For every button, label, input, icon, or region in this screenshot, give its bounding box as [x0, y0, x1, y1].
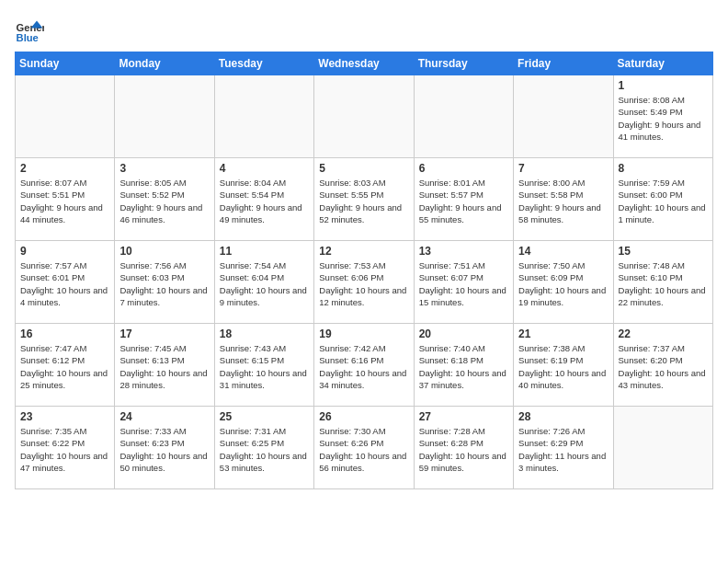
day-info: Sunrise: 7:40 AM Sunset: 6:18 PM Dayligh… — [419, 342, 508, 391]
day-info: Sunrise: 7:50 AM Sunset: 6:09 PM Dayligh… — [518, 259, 608, 308]
logo-icon: General Blue — [15, 15, 44, 44]
day-info: Sunrise: 8:03 AM Sunset: 5:55 PM Dayligh… — [319, 177, 408, 225]
calendar-header-row: SundayMondayTuesdayWednesdayThursdayFrid… — [16, 52, 713, 75]
svg-text:Blue: Blue — [17, 32, 39, 43]
calendar-cell — [314, 75, 414, 158]
day-info: Sunrise: 8:05 AM Sunset: 5:52 PM Dayligh… — [119, 177, 209, 225]
calendar-cell: 25Sunrise: 7:31 AM Sunset: 6:25 PM Dayli… — [214, 407, 313, 489]
day-number: 20 — [419, 327, 508, 340]
day-header-wednesday: Wednesday — [314, 52, 414, 75]
day-info: Sunrise: 7:47 AM Sunset: 6:12 PM Dayligh… — [20, 342, 109, 391]
day-info: Sunrise: 7:48 AM Sunset: 6:10 PM Dayligh… — [619, 259, 708, 308]
day-number: 8 — [619, 162, 708, 175]
day-info: Sunrise: 7:45 AM Sunset: 6:13 PM Dayligh… — [119, 342, 209, 391]
calendar-cell: 26Sunrise: 7:30 AM Sunset: 6:26 PM Dayli… — [314, 407, 414, 489]
calendar-cell: 13Sunrise: 7:51 AM Sunset: 6:07 PM Dayli… — [414, 241, 513, 324]
day-number: 23 — [20, 410, 109, 423]
calendar-cell — [613, 407, 712, 489]
day-header-tuesday: Tuesday — [214, 52, 313, 75]
day-number: 5 — [319, 162, 408, 175]
day-info: Sunrise: 8:00 AM Sunset: 5:58 PM Dayligh… — [518, 177, 608, 225]
calendar-cell: 18Sunrise: 7:43 AM Sunset: 6:15 PM Dayli… — [214, 324, 313, 407]
calendar-cell: 4Sunrise: 8:04 AM Sunset: 5:54 PM Daylig… — [214, 158, 313, 241]
day-number: 28 — [518, 410, 608, 423]
calendar-table: SundayMondayTuesdayWednesdayThursdayFrid… — [15, 52, 713, 489]
day-number: 12 — [319, 245, 408, 258]
calendar-cell: 3Sunrise: 8:05 AM Sunset: 5:52 PM Daylig… — [115, 158, 214, 241]
calendar-cell: 1Sunrise: 8:08 AM Sunset: 5:49 PM Daylig… — [613, 75, 712, 158]
calendar-cell: 6Sunrise: 8:01 AM Sunset: 5:57 PM Daylig… — [414, 158, 513, 241]
calendar-cell: 27Sunrise: 7:28 AM Sunset: 6:28 PM Dayli… — [414, 407, 513, 489]
day-info: Sunrise: 8:01 AM Sunset: 5:57 PM Dayligh… — [419, 177, 508, 225]
calendar-week-5: 23Sunrise: 7:35 AM Sunset: 6:22 PM Dayli… — [16, 407, 713, 489]
calendar-cell: 10Sunrise: 7:56 AM Sunset: 6:03 PM Dayli… — [115, 241, 214, 324]
calendar-cell: 23Sunrise: 7:35 AM Sunset: 6:22 PM Dayli… — [16, 407, 115, 489]
calendar-week-4: 16Sunrise: 7:47 AM Sunset: 6:12 PM Dayli… — [16, 324, 713, 407]
day-info: Sunrise: 7:35 AM Sunset: 6:22 PM Dayligh… — [20, 425, 109, 474]
day-info: Sunrise: 7:57 AM Sunset: 6:01 PM Dayligh… — [20, 259, 109, 308]
calendar-week-2: 2Sunrise: 8:07 AM Sunset: 5:51 PM Daylig… — [16, 158, 713, 241]
day-number: 24 — [119, 410, 209, 423]
calendar-cell: 2Sunrise: 8:07 AM Sunset: 5:51 PM Daylig… — [16, 158, 115, 241]
calendar-cell: 15Sunrise: 7:48 AM Sunset: 6:10 PM Dayli… — [613, 241, 712, 324]
day-number: 3 — [119, 162, 209, 175]
day-info: Sunrise: 7:38 AM Sunset: 6:19 PM Dayligh… — [518, 342, 608, 391]
calendar-cell: 19Sunrise: 7:42 AM Sunset: 6:16 PM Dayli… — [314, 324, 414, 407]
day-number: 18 — [220, 327, 309, 340]
calendar-cell: 7Sunrise: 8:00 AM Sunset: 5:58 PM Daylig… — [514, 158, 613, 241]
day-number: 21 — [518, 327, 608, 340]
calendar-cell — [514, 75, 613, 158]
calendar-cell — [115, 75, 214, 158]
calendar-cell: 28Sunrise: 7:26 AM Sunset: 6:29 PM Dayli… — [514, 407, 613, 489]
day-info: Sunrise: 8:08 AM Sunset: 5:49 PM Dayligh… — [619, 94, 708, 143]
day-info: Sunrise: 7:37 AM Sunset: 6:20 PM Dayligh… — [619, 342, 708, 391]
day-header-thursday: Thursday — [414, 52, 513, 75]
calendar-cell: 8Sunrise: 7:59 AM Sunset: 6:00 PM Daylig… — [613, 158, 712, 241]
calendar-cell: 20Sunrise: 7:40 AM Sunset: 6:18 PM Dayli… — [414, 324, 513, 407]
calendar-cell: 21Sunrise: 7:38 AM Sunset: 6:19 PM Dayli… — [514, 324, 613, 407]
day-number: 2 — [20, 162, 109, 175]
day-number: 14 — [518, 245, 608, 258]
calendar-cell: 5Sunrise: 8:03 AM Sunset: 5:55 PM Daylig… — [314, 158, 414, 241]
calendar-cell — [214, 75, 313, 158]
day-number: 25 — [220, 410, 309, 423]
day-header-saturday: Saturday — [613, 52, 712, 75]
calendar-cell: 12Sunrise: 7:53 AM Sunset: 6:06 PM Dayli… — [314, 241, 414, 324]
day-number: 7 — [518, 162, 608, 175]
day-number: 17 — [119, 327, 209, 340]
day-info: Sunrise: 7:28 AM Sunset: 6:28 PM Dayligh… — [419, 425, 508, 474]
calendar-cell: 17Sunrise: 7:45 AM Sunset: 6:13 PM Dayli… — [115, 324, 214, 407]
day-info: Sunrise: 7:59 AM Sunset: 6:00 PM Dayligh… — [619, 177, 708, 225]
day-header-sunday: Sunday — [16, 52, 115, 75]
day-info: Sunrise: 7:30 AM Sunset: 6:26 PM Dayligh… — [319, 425, 408, 474]
day-number: 19 — [319, 327, 408, 340]
day-number: 10 — [119, 245, 209, 258]
calendar-cell: 11Sunrise: 7:54 AM Sunset: 6:04 PM Dayli… — [214, 241, 313, 324]
day-number: 15 — [619, 245, 708, 258]
day-number: 22 — [619, 327, 708, 340]
day-info: Sunrise: 7:33 AM Sunset: 6:23 PM Dayligh… — [119, 425, 209, 474]
calendar-cell: 22Sunrise: 7:37 AM Sunset: 6:20 PM Dayli… — [613, 324, 712, 407]
day-header-monday: Monday — [115, 52, 214, 75]
day-info: Sunrise: 7:42 AM Sunset: 6:16 PM Dayligh… — [319, 342, 408, 391]
day-number: 13 — [419, 245, 508, 258]
day-info: Sunrise: 7:54 AM Sunset: 6:04 PM Dayligh… — [220, 259, 309, 308]
calendar-cell: 9Sunrise: 7:57 AM Sunset: 6:01 PM Daylig… — [16, 241, 115, 324]
day-info: Sunrise: 7:51 AM Sunset: 6:07 PM Dayligh… — [419, 259, 508, 308]
day-info: Sunrise: 7:43 AM Sunset: 6:15 PM Dayligh… — [220, 342, 309, 391]
day-info: Sunrise: 7:56 AM Sunset: 6:03 PM Dayligh… — [119, 259, 209, 308]
day-number: 4 — [220, 162, 309, 175]
day-number: 9 — [20, 245, 109, 258]
day-number: 27 — [419, 410, 508, 423]
calendar-cell: 16Sunrise: 7:47 AM Sunset: 6:12 PM Dayli… — [16, 324, 115, 407]
calendar-cell — [16, 75, 115, 158]
calendar-cell: 24Sunrise: 7:33 AM Sunset: 6:23 PM Dayli… — [115, 407, 214, 489]
day-number: 11 — [220, 245, 309, 258]
day-number: 26 — [319, 410, 408, 423]
day-number: 16 — [20, 327, 109, 340]
day-number: 6 — [419, 162, 508, 175]
day-info: Sunrise: 8:04 AM Sunset: 5:54 PM Dayligh… — [220, 177, 309, 225]
day-info: Sunrise: 7:53 AM Sunset: 6:06 PM Dayligh… — [319, 259, 408, 308]
calendar-week-1: 1Sunrise: 8:08 AM Sunset: 5:49 PM Daylig… — [16, 75, 713, 158]
day-header-friday: Friday — [514, 52, 613, 75]
